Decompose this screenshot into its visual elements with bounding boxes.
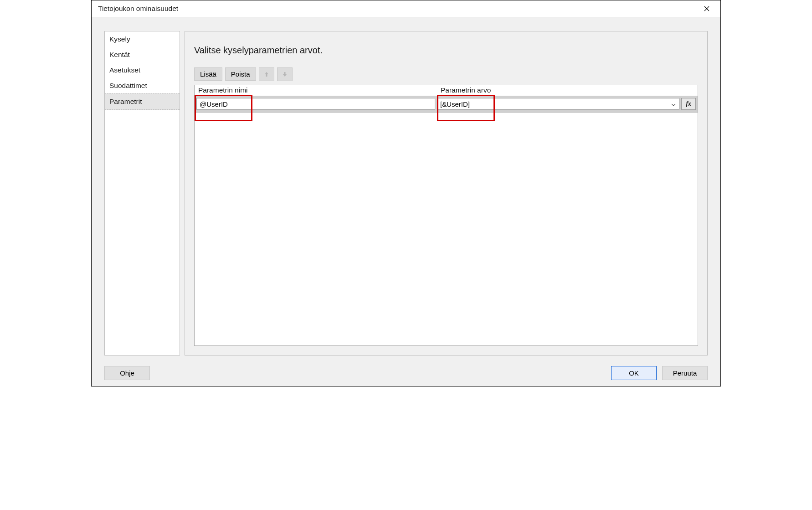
sidebar-item-parameters[interactable]: Parametrit [105,93,180,110]
parameter-name-input[interactable] [196,98,435,110]
dialog-title: Tietojoukon ominaisuudet [98,5,178,13]
content-heading: Valitse kyselyparametrien arvot. [185,31,707,67]
sidebar-item-filters[interactable]: Suodattimet [105,78,180,93]
dialog-footer: Ohje OK Peruuta [92,360,720,386]
help-button[interactable]: Ohje [104,366,150,380]
sidebar-item-options[interactable]: Asetukset [105,62,180,78]
grid-header-row: Parametrin nimi Parametrin arvo [195,85,698,96]
sidebar-item-label: Suodattimet [109,82,147,89]
column-header-name: Parametrin nimi [195,86,437,94]
sidebar-item-label: Kysely [109,35,130,43]
ok-button[interactable]: OK [611,366,657,380]
sidebar: Kysely Kentät Asetukset Suodattimet Para… [104,31,180,355]
expression-button[interactable]: fx [681,98,696,110]
close-icon [704,6,709,11]
fx-icon: fx [686,100,691,108]
grid-data-row: fx [195,96,698,113]
move-down-button[interactable] [277,67,293,81]
spacer [185,346,707,355]
add-button[interactable]: Lisää [194,67,222,81]
arrow-up-icon [263,71,270,77]
arrow-down-icon [282,71,288,77]
cancel-button[interactable]: Peruuta [662,366,708,380]
parameter-value-select[interactable] [437,98,679,110]
parameter-area: Parametrin nimi Parametrin arvo [194,85,698,346]
delete-button[interactable]: Poista [225,67,256,81]
move-up-button[interactable] [259,67,274,81]
sidebar-item-label: Asetukset [109,66,140,74]
column-header-value: Parametrin arvo [437,86,679,94]
dialog-body: Kysely Kentät Asetukset Suodattimet Para… [92,17,720,360]
parameter-value-wrap [437,98,679,110]
sidebar-item-query[interactable]: Kysely [105,31,180,47]
grid-body-empty [195,113,698,345]
close-button[interactable] [699,1,714,16]
footer-right: OK Peruuta [611,366,708,380]
parameter-grid: Parametrin nimi Parametrin arvo [194,85,698,346]
toolbar: Lisää Poista [185,67,707,85]
content-panel: Valitse kyselyparametrien arvot. Lisää P… [185,31,708,355]
sidebar-item-label: Kentät [109,51,130,58]
titlebar: Tietojoukon ominaisuudet [92,0,720,17]
sidebar-item-fields[interactable]: Kentät [105,47,180,62]
sidebar-item-label: Parametrit [109,98,142,105]
dataset-properties-dialog: Tietojoukon ominaisuudet Kysely Kentät A… [91,0,721,386]
